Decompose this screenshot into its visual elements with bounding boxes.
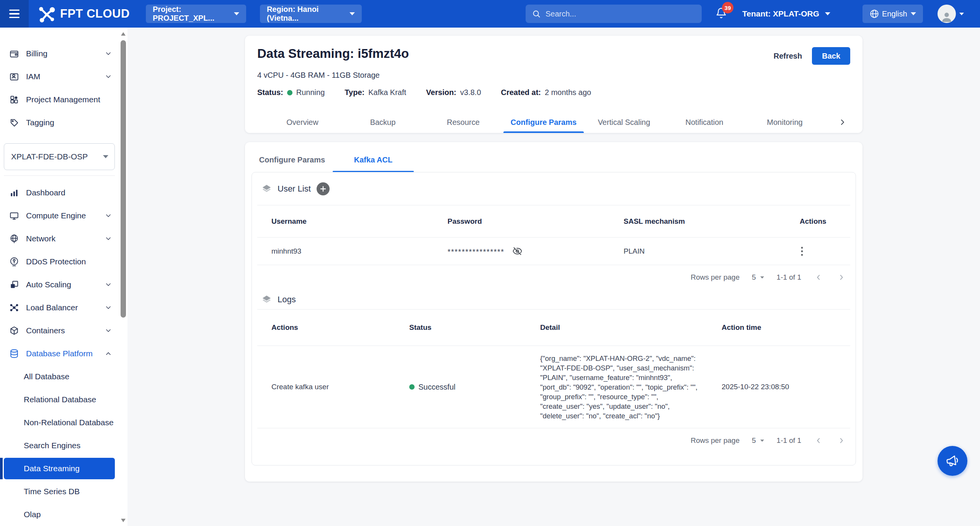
logs-title: Logs — [278, 295, 296, 305]
configure-params-card: Configure Params Kafka ACL User List Use… — [245, 142, 862, 482]
sidebar-item-compute-engine[interactable]: Compute Engine — [0, 204, 127, 227]
service-header-card: Data Streaming: i5fmzt4o Refresh Back 4 … — [245, 36, 862, 133]
scrollbar-down-arrow[interactable] — [121, 519, 126, 522]
masked-password: **************** — [448, 247, 505, 256]
subtab-configure-params[interactable]: Configure Params — [252, 147, 333, 172]
chevron-down-icon — [234, 12, 239, 15]
layers-icon — [261, 294, 272, 305]
next-page-button[interactable] — [836, 436, 846, 446]
megaphone-icon — [944, 453, 961, 469]
brand-logo[interactable]: FPT CLOUD — [37, 4, 130, 23]
log-time-cell: 2025-10-22 23:08:50 — [722, 383, 850, 391]
page-title: Data Streaming: i5fmzt4o — [257, 46, 409, 61]
menu-toggle-button[interactable] — [0, 0, 29, 28]
tab-notification[interactable]: Notification — [664, 111, 745, 133]
notifications-button[interactable]: 39 — [715, 7, 727, 21]
sidebar-item-label: Billing — [26, 49, 112, 58]
sidebar-scrollbar[interactable] — [121, 40, 126, 318]
pagination-range: 1-1 of 1 — [777, 273, 801, 282]
sidebar-item-billing[interactable]: Billing — [0, 42, 127, 65]
kafka-acl-panel: User List Username Password SASL mechani… — [252, 172, 856, 465]
sidebar-item-tagging[interactable]: Tagging — [0, 111, 127, 134]
sidebar-item-auto-scaling[interactable]: Auto Scaling — [0, 273, 127, 296]
globe-network-icon — [9, 234, 20, 244]
sidebar-item-search-engines[interactable]: Search Engines — [0, 434, 127, 457]
rows-per-page-label: Rows per page — [691, 436, 740, 445]
subtab-kafka-acl[interactable]: Kafka ACL — [333, 147, 414, 172]
status-field: Status: Running — [257, 88, 325, 97]
sidebar: Billing IAM Project Management Tagging X… — [0, 28, 127, 526]
type-label: Type: — [345, 88, 364, 97]
vdc-selector[interactable]: XPLAT-FDE-DB-OSP — [4, 143, 115, 170]
chevron-right-icon — [838, 118, 847, 127]
rows-per-page-value: 5 — [752, 436, 756, 445]
column-log-status: Status — [409, 323, 540, 332]
sidebar-item-iam[interactable]: IAM — [0, 65, 127, 88]
sidebar-item-data-streaming[interactable]: Data Streaming — [4, 458, 115, 479]
row-actions-menu-button[interactable] — [800, 245, 804, 257]
back-button[interactable]: Back — [812, 47, 850, 65]
actions-cell — [800, 245, 850, 257]
global-search[interactable] — [526, 5, 702, 23]
sidebar-item-label: Data Streaming — [24, 464, 80, 473]
tabs-scroll-right-button[interactable] — [838, 118, 847, 127]
chevron-down-icon — [105, 212, 112, 220]
sidebar-item-containers[interactable]: Containers — [0, 319, 127, 342]
column-actions: Actions — [800, 217, 850, 226]
sidebar-item-dashboard[interactable]: Dashboard — [0, 181, 127, 204]
scrollbar-up-arrow[interactable] — [121, 32, 126, 36]
auto-scaling-icon — [9, 280, 20, 290]
brand-name: FPT CLOUD — [60, 7, 130, 21]
sidebar-item-project-management[interactable]: Project Management — [0, 88, 127, 111]
status-value: Running — [296, 88, 325, 97]
language-selector[interactable]: English — [862, 5, 923, 23]
region-selector[interactable]: Region: Hanoi (Vietna... — [260, 5, 362, 23]
created-value: 2 months ago — [545, 88, 591, 97]
sidebar-item-time-series-db[interactable]: Time Series DB — [0, 480, 127, 503]
select-caret-icon — [760, 439, 764, 442]
sidebar-divider — [4, 175, 115, 176]
rows-per-page-select[interactable]: 5 — [752, 436, 764, 445]
sidebar-item-load-balancer[interactable]: Load Balancer — [0, 296, 127, 319]
chevron-down-icon — [350, 12, 355, 15]
rows-per-page-value: 5 — [752, 273, 756, 282]
toggle-password-visibility-button[interactable] — [511, 245, 523, 257]
sidebar-item-ddos-protection[interactable]: DDoS Protection — [0, 250, 127, 273]
sidebar-item-all-database[interactable]: All Database — [0, 365, 127, 388]
previous-page-button[interactable] — [813, 436, 823, 446]
sidebar-item-network[interactable]: Network — [0, 227, 127, 250]
previous-page-button[interactable] — [813, 272, 823, 282]
status-dot-icon — [287, 90, 292, 95]
next-page-button[interactable] — [836, 272, 846, 282]
sidebar-item-olap[interactable]: Olap — [0, 503, 127, 526]
success-dot-icon — [409, 384, 415, 390]
fpt-logo-icon — [37, 4, 56, 23]
announcements-fab[interactable] — [938, 446, 967, 476]
service-meta: Status: Running Type: Kafka Kraft Versio… — [257, 88, 850, 97]
rows-per-page-select[interactable]: 5 — [752, 273, 764, 282]
tab-monitoring[interactable]: Monitoring — [745, 111, 825, 133]
project-selector[interactable]: Project: PROJECT_XPL... — [146, 5, 246, 23]
chevron-right-icon — [837, 273, 846, 282]
search-input[interactable] — [546, 10, 696, 18]
tab-overview[interactable]: Overview — [262, 111, 343, 133]
sidebar-item-non-relational-database[interactable]: Non-Relational Database — [0, 411, 127, 434]
user-menu[interactable] — [938, 5, 964, 23]
tenant-selector[interactable]: Tenant: XPLAT-ORG — [742, 9, 830, 18]
tab-configure-params[interactable]: Configure Params — [503, 111, 584, 133]
column-log-actions: Actions — [271, 323, 409, 332]
tab-backup[interactable]: Backup — [343, 111, 423, 133]
sidebar-item-relational-database[interactable]: Relational Database — [0, 388, 127, 411]
tenant-label: Tenant: XPLAT-ORG — [742, 9, 819, 18]
user-list-section-header: User List — [257, 172, 850, 205]
chevron-down-icon — [911, 12, 916, 15]
tab-vertical-scaling[interactable]: Vertical Scaling — [584, 111, 664, 133]
add-user-button[interactable] — [317, 182, 330, 195]
person-icon — [940, 10, 953, 23]
sidebar-item-database-platform[interactable]: Database Platform — [0, 342, 127, 365]
project-selector-label: Project: PROJECT_XPL... — [153, 5, 234, 23]
kebab-menu-icon — [800, 246, 804, 257]
refresh-button[interactable]: Refresh — [774, 52, 802, 61]
tab-resource[interactable]: Resource — [423, 111, 503, 133]
log-status-value: Successful — [418, 383, 456, 392]
